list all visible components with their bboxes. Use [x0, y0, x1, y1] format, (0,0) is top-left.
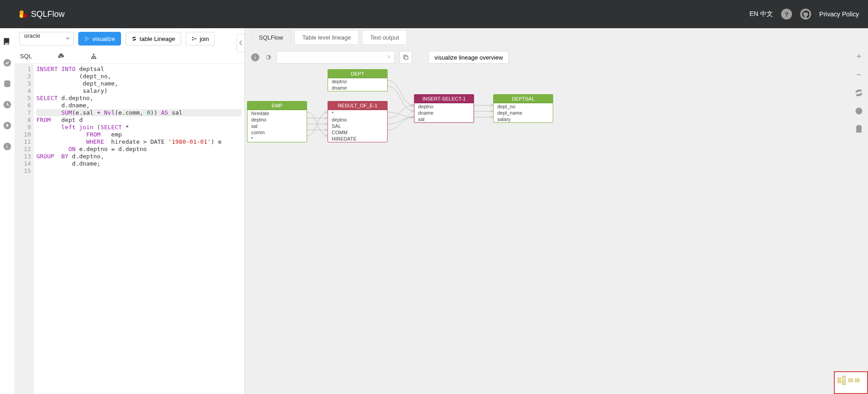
database-icon[interactable]	[3, 79, 12, 88]
code-line[interactable]: d.dname,	[36, 102, 242, 109]
copy-button[interactable]	[399, 51, 412, 64]
diagram-column[interactable]: deptno	[328, 78, 387, 85]
target-icon[interactable]	[854, 106, 863, 116]
svg-rect-19	[405, 56, 408, 60]
svg-point-9	[85, 37, 86, 38]
lang-toggle[interactable]: EN 中文	[750, 10, 773, 18]
svg-point-3	[4, 59, 11, 67]
canvas-zoom-tools: + −	[853, 52, 864, 134]
history-icon[interactable]	[3, 100, 12, 109]
db-dialect-select[interactable]: oracle	[19, 32, 74, 45]
zoom-out-button[interactable]: −	[854, 70, 863, 79]
editor-gutter: 123456789101112131415	[15, 64, 34, 394]
info-tool-icon[interactable]: i	[251, 53, 259, 61]
svg-point-12	[192, 37, 193, 38]
svg-point-16	[91, 57, 93, 59]
left-panel: oracle visualize table Lineage join SQL	[15, 28, 245, 394]
code-line[interactable]: FROM dept d	[36, 116, 242, 124]
tab-sql-label: SQL	[20, 53, 32, 60]
diagram-column[interactable]: *	[328, 110, 387, 116]
svg-text:i: i	[6, 144, 7, 149]
code-line[interactable]: d.dname;	[36, 160, 242, 167]
lineage-canvas[interactable]: DEPTdeptnodnameEMPhiredatedeptnosalcomm*…	[245, 28, 868, 394]
app-logo: SQLFlow	[19, 10, 65, 19]
code-line[interactable]: SELECT d.deptno,	[36, 95, 242, 102]
svg-point-18	[95, 57, 96, 59]
diagram-column[interactable]: salary	[494, 116, 553, 122]
diagram-column[interactable]: deptno	[328, 116, 387, 123]
code-line[interactable]: dept_name,	[36, 80, 242, 87]
sql-file-icon[interactable]: SQL	[3, 37, 12, 46]
code-line[interactable]: INSERT INTO deptsal	[36, 66, 242, 73]
diagram-table[interactable]: INSERT-SELECT-1deptnodnamesal	[414, 94, 474, 123]
canvas-search[interactable]	[277, 51, 395, 64]
collapse-left-button[interactable]	[237, 34, 245, 52]
github-icon[interactable]	[800, 9, 811, 20]
zoom-in-button[interactable]: +	[854, 52, 863, 61]
download-icon[interactable]	[3, 121, 12, 130]
table-lineage-button[interactable]: table Lineage	[126, 32, 181, 45]
code-line[interactable]: salary)	[36, 87, 242, 95]
code-line[interactable]: left join (SELECT *	[36, 124, 242, 131]
header-right: EN 中文 ? Privacy Policy	[750, 9, 859, 20]
tab-upload[interactable]	[57, 53, 65, 60]
minimap[interactable]	[834, 371, 868, 394]
clipboard-icon[interactable]	[854, 125, 863, 134]
svg-point-15	[93, 54, 95, 55]
diagram-column[interactable]: deptno	[414, 103, 474, 110]
diagram-column[interactable]: COMM	[328, 129, 387, 136]
svg-point-21	[858, 110, 860, 112]
svg-point-13	[192, 40, 193, 40]
code-line[interactable]: SUM(e.sal + Nvl(e.comm, 0)) AS sal	[36, 109, 242, 116]
tree-icon	[90, 53, 97, 60]
code-line[interactable]	[36, 167, 242, 175]
canvas-toolbar: i	[251, 51, 412, 64]
refresh-canvas-icon[interactable]	[854, 88, 863, 97]
code-line[interactable]: WHERE hiredate > DATE '1980-01-01') e	[36, 138, 242, 146]
privacy-link[interactable]: Privacy Policy	[819, 10, 859, 18]
visualize-button[interactable]: visualize	[78, 32, 121, 45]
diagram-table-title: DEPT	[328, 70, 387, 78]
gear-icon[interactable]	[264, 53, 272, 61]
code-line[interactable]: (dept_no,	[36, 73, 242, 80]
help-icon[interactable]: ?	[781, 9, 792, 20]
info-icon[interactable]: i	[3, 142, 12, 151]
diagram-column[interactable]: *	[247, 136, 307, 142]
diagram-column[interactable]: HIREDATE	[328, 136, 387, 142]
diagram-table-title: RESULT_OF_E-1	[328, 101, 387, 110]
refresh-icon	[131, 36, 137, 41]
diagram-table[interactable]: RESULT_OF_E-1*deptnoSALCOMMHIREDATE	[328, 101, 388, 142]
diagram-column[interactable]: dept_no	[494, 103, 553, 110]
diagram-table[interactable]: EMPhiredatedeptnosalcomm*	[247, 101, 307, 142]
diagram-column[interactable]: dname	[414, 110, 474, 116]
right-panel: SQLFlowTable level lineageText output i …	[245, 28, 868, 394]
code-line[interactable]: FROM emp	[36, 131, 242, 138]
tab-tree[interactable]	[90, 53, 97, 60]
diagram-table[interactable]: DEPTSALdept_nodept_namesalary	[493, 94, 553, 123]
join-button[interactable]: join	[186, 32, 215, 45]
diagram-column[interactable]: hiredate	[247, 110, 307, 116]
diagram-column[interactable]: sal	[247, 123, 307, 129]
branch-icon	[84, 36, 90, 41]
editor-code[interactable]: INSERT INTO deptsal (dept_no, dept_name,…	[34, 64, 244, 394]
tab-sql[interactable]: SQL	[20, 53, 32, 60]
diagram-table-title: DEPTSAL	[494, 95, 553, 103]
diagram-table[interactable]: DEPTdeptnodname	[328, 69, 388, 91]
sql-editor[interactable]: 123456789101112131415 INSERT INTO deptsa…	[15, 64, 244, 394]
check-circle-icon[interactable]	[3, 58, 12, 67]
app-header: SQLFlow EN 中文 ? Privacy Policy	[0, 0, 868, 28]
diagram-column[interactable]: deptno	[247, 116, 307, 123]
diagram-column[interactable]: dept_name	[494, 110, 553, 116]
diagram-column[interactable]: sal	[414, 116, 474, 122]
copy-icon	[403, 54, 409, 61]
diagram-column[interactable]: SAL	[328, 123, 387, 129]
code-line[interactable]: GROUP BY d.deptno,	[36, 153, 242, 160]
svg-point-10	[85, 40, 86, 40]
app-name: SQLFlow	[31, 10, 65, 19]
join-icon	[192, 36, 197, 41]
code-line[interactable]: ON e.deptno = d.deptno	[36, 146, 242, 153]
diagram-column[interactable]: dname	[328, 85, 387, 91]
logo-mark-icon	[19, 10, 27, 18]
diagram-column[interactable]: comm	[247, 129, 307, 136]
visualize-label: visualize	[92, 35, 115, 42]
